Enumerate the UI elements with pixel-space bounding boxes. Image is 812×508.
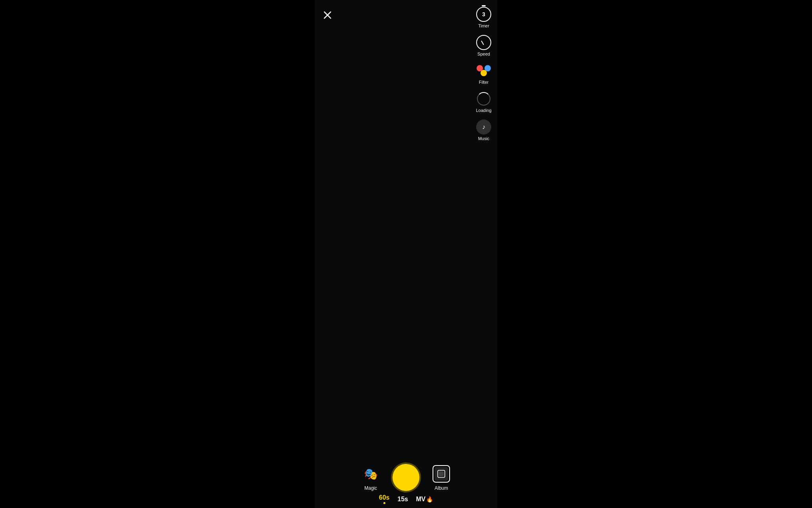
close-button[interactable] (320, 7, 335, 23)
svg-rect-3 (439, 471, 444, 476)
album-label: Album (435, 485, 448, 491)
music-button[interactable]: ♪ Music (474, 117, 493, 142)
duration-mv-text: MV (416, 496, 425, 503)
loading-label: Loading (476, 108, 491, 113)
filter-button[interactable]: Filter (474, 60, 493, 86)
record-button[interactable] (393, 464, 419, 491)
duration-selector: 60s 15s MV 🔥 (379, 494, 433, 504)
filter-label: Filter (479, 80, 488, 85)
magic-icon: 🎭 (361, 464, 381, 484)
timer-icon: 3 (475, 6, 492, 23)
svg-rect-2 (438, 470, 445, 477)
album-icon (431, 464, 451, 484)
timer-button[interactable]: 3 Timer (474, 4, 493, 30)
mv-label: MV 🔥 (416, 496, 433, 503)
bottom-bar: 🎭 Magic Album (315, 464, 497, 508)
duration-15s-text: 15s (398, 496, 408, 503)
mv-fire-icon: 🔥 (426, 496, 433, 502)
filter-icon (475, 62, 492, 79)
magic-button[interactable]: 🎭 Magic (361, 464, 381, 491)
duration-60s-text: 60s (379, 494, 390, 501)
speed-label: Speed (477, 52, 490, 56)
right-toolbar: 3 Timer Speed Filter (474, 4, 493, 142)
speed-icon (475, 34, 492, 51)
duration-15s[interactable]: 15s (398, 496, 408, 503)
loading-button[interactable]: Loading (474, 89, 493, 114)
duration-60s[interactable]: 60s (379, 494, 390, 504)
album-button[interactable]: Album (431, 464, 451, 491)
timer-label: Timer (478, 23, 489, 28)
loading-icon (475, 90, 492, 108)
duration-60s-dot (383, 502, 385, 504)
bottom-controls: 🎭 Magic Album (361, 464, 451, 491)
timer-number: 3 (482, 11, 485, 17)
music-icon: ♪ (475, 118, 492, 136)
magic-label: Magic (364, 485, 377, 491)
duration-mv[interactable]: MV 🔥 (416, 496, 433, 503)
speed-button[interactable]: Speed (474, 32, 493, 58)
camera-viewport: 3 Timer Speed Filter (315, 0, 497, 508)
camera-preview (315, 0, 497, 508)
music-label: Music (478, 136, 490, 141)
